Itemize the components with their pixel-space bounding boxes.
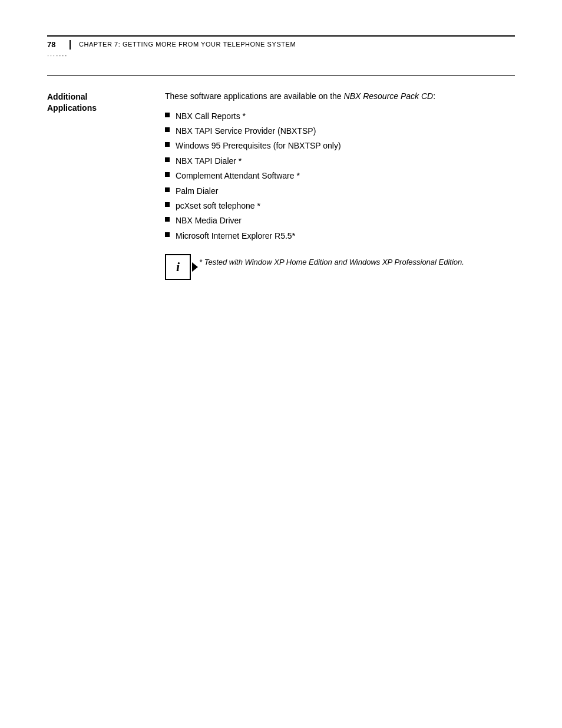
list-item: pcXset soft telephone * [165, 199, 515, 212]
bullet-icon [165, 217, 170, 222]
chapter-title: Chapter 7: Getting More from Your Teleph… [79, 40, 296, 49]
info-icon: i [165, 254, 191, 280]
bullet-icon [165, 142, 170, 147]
list-item: Complement Attendant Software * [165, 169, 515, 182]
list-item: NBX Media Driver [165, 214, 515, 227]
intro-text: These software applications are availabl… [165, 90, 515, 103]
list-item-text: NBX TAPI Dialer * [176, 154, 242, 167]
bullet-icon [165, 232, 170, 237]
list-item: Microsoft Internet Explorer R5.5* [165, 229, 515, 242]
list-item-text: Complement Attendant Software * [176, 169, 300, 182]
section-divider [47, 75, 515, 76]
section-label-line1: Additional [47, 91, 141, 103]
list-item: Palm Dialer [165, 185, 515, 197]
section-body: These software applications are availabl… [165, 90, 515, 281]
bullet-icon [165, 172, 170, 177]
info-icon-letter: i [176, 259, 180, 275]
list-item: NBX TAPI Dialer * [165, 154, 515, 167]
page-number: 78 [47, 40, 71, 50]
list-item-text: Windows 95 Prerequisites (for NBXTSP onl… [176, 139, 341, 152]
list-item-text: Palm Dialer [176, 185, 218, 197]
list-item-text: NBX TAPI Service Provider (NBXTSP) [176, 124, 316, 137]
intro-text-before: These software applications are availabl… [165, 91, 344, 101]
list-item: NBX TAPI Service Provider (NBXTSP) [165, 124, 515, 137]
page-header: 78 Chapter 7: Getting More from Your Tel… [47, 35, 515, 50]
list-item-text: pcXset soft telephone * [176, 199, 260, 212]
list-item: NBX Call Reports * [165, 110, 515, 123]
intro-text-after: : [433, 91, 435, 101]
page: 78 Chapter 7: Getting More from Your Tel… [0, 0, 562, 728]
intro-italic-text: NBX Resource Pack CD [344, 91, 434, 101]
bullet-icon [165, 127, 170, 132]
bullet-icon [165, 202, 170, 207]
section-label-line2: Applications [47, 103, 141, 114]
bullet-list: NBX Call Reports * NBX TAPI Service Prov… [165, 110, 515, 243]
bullet-icon [165, 187, 170, 192]
list-item: Windows 95 Prerequisites (for NBXTSP onl… [165, 139, 515, 152]
note-text: * Tested with Window XP Home Edition and… [199, 254, 464, 268]
list-item-text: NBX Media Driver [176, 214, 242, 227]
section-label: Additional Applications [47, 90, 141, 114]
content-section: Additional Applications These software a… [47, 90, 515, 281]
bullet-icon [165, 113, 170, 117]
list-item-text: NBX Call Reports * [176, 110, 246, 123]
dots-decoration: ······· [47, 52, 515, 59]
note-box: i * Tested with Window XP Home Edition a… [165, 254, 515, 280]
bullet-icon [165, 157, 170, 162]
list-item-text: Microsoft Internet Explorer R5.5* [176, 229, 295, 242]
